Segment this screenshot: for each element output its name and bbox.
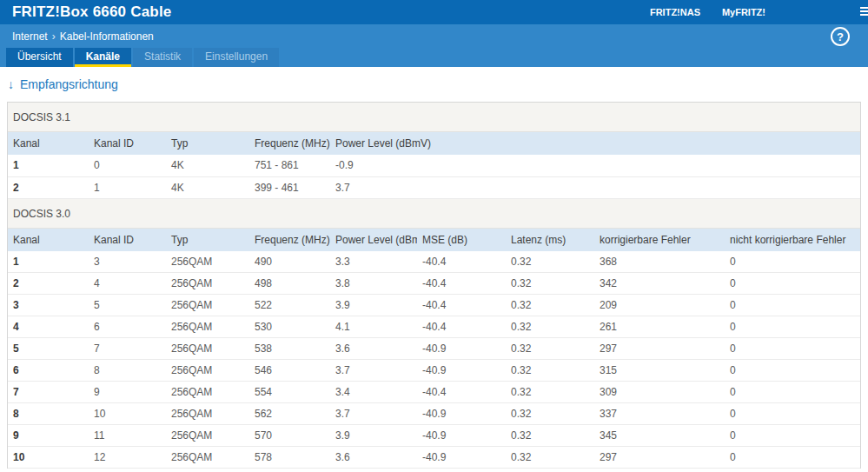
content-area: ↓Empfangsrichtung DOCSIS 3.1KanalKanal I… (0, 67, 868, 469)
table-cell: 0.32 (506, 403, 594, 425)
table-cell: 256QAM (166, 295, 249, 316)
table-row: 46256QAM5304.1-40.40.322610 (8, 316, 860, 338)
table-cell: 0 (725, 316, 860, 338)
column-header: Latenz (ms) (506, 229, 594, 251)
table-cell: 0 (725, 360, 860, 382)
help-icon[interactable]: ? (831, 27, 850, 46)
channel-tables: DOCSIS 3.1KanalKanal IDTypFrequenz (MHz)… (7, 102, 861, 469)
column-header: Kanal ID (89, 229, 166, 251)
table-cell: 538 (249, 338, 330, 360)
empfangsrichtung-label: Empfangsrichtung (20, 77, 118, 91)
table-row: 810256QAM5623.7-40.90.323370 (8, 403, 860, 425)
table-header-row: KanalKanal IDTypFrequenz (MHz)Power Leve… (8, 132, 860, 155)
table-section-title: DOCSIS 3.1 (8, 103, 860, 132)
table-cell: 0.32 (506, 447, 594, 469)
table-cell: 9 (8, 425, 89, 447)
table-cell: 8 (8, 403, 89, 425)
table-cell: 256QAM (166, 273, 249, 295)
empfangsrichtung-heading[interactable]: ↓Empfangsrichtung (8, 77, 861, 92)
table-cell: 0.32 (506, 338, 594, 360)
table-cell: 0 (725, 403, 860, 425)
table-cell: 256QAM (166, 403, 249, 425)
channel-table: KanalKanal IDTypFrequenz (MHz)Power Leve… (8, 132, 860, 199)
tab-kanaele[interactable]: Kanäle (75, 48, 131, 67)
table-cell: 0.32 (506, 425, 594, 447)
tab-einstellungen[interactable]: Einstellungen (194, 48, 279, 67)
table-row: 911256QAM5703.9-40.90.323450 (8, 425, 860, 447)
table-cell: 256QAM (166, 425, 249, 447)
table-cell: 256QAM (166, 360, 249, 382)
table-cell: 0 (725, 382, 860, 403)
table-cell: 562 (249, 403, 330, 425)
fritznas-link[interactable]: FRITZ!NAS (650, 0, 700, 24)
table-cell: 11 (89, 425, 166, 447)
table-cell: -40.9 (417, 447, 506, 469)
column-header: korrigierbare Fehler (594, 229, 725, 251)
table-cell: 345 (594, 425, 725, 447)
column-header: Power Level (dBmV) (330, 229, 417, 251)
table-cell: 4K (166, 176, 249, 198)
table-cell: 1 (8, 155, 89, 176)
table-cell: -40.9 (417, 338, 506, 360)
table-cell: 297 (594, 447, 725, 469)
table-cell: 3.9 (330, 295, 417, 316)
table-cell: 8 (89, 360, 166, 382)
table-cell: 12 (89, 447, 166, 469)
table-row: 79256QAM5543.4-40.40.323090 (8, 382, 860, 403)
table-cell: -40.4 (417, 295, 506, 316)
column-header: Frequenz (MHz) (249, 132, 330, 155)
table-row: 24256QAM4983.8-40.40.323420 (8, 273, 860, 295)
table-cell: 399 - 461 (249, 176, 330, 198)
breadcrumb-current: Kabel-Informationen (60, 30, 154, 43)
tab-statistik[interactable]: Statistik (133, 48, 192, 67)
column-header: Typ (166, 132, 249, 155)
table-cell: 4 (89, 273, 166, 295)
table-cell: 522 (249, 295, 330, 316)
table-cell: 297 (594, 338, 725, 360)
channel-table: KanalKanal IDTypFrequenz (MHz)Power Leve… (8, 229, 860, 469)
table-cell: 256QAM (166, 316, 249, 338)
table-row: 104K751 - 861-0.9 (8, 155, 860, 176)
table-cell: 570 (249, 425, 330, 447)
table-cell: 6 (8, 360, 89, 382)
table-cell: 578 (249, 447, 330, 469)
table-cell: 7 (8, 382, 89, 403)
breadcrumb-separator: › (52, 30, 56, 43)
table-cell: 0 (725, 273, 860, 295)
myfritz-link[interactable]: MyFRITZ! (722, 0, 765, 24)
table-cell: 261 (594, 316, 725, 338)
table-cell: 0.32 (506, 316, 594, 338)
table-cell: -40.4 (417, 273, 506, 295)
table-row: 68256QAM5463.7-40.90.323150 (8, 360, 860, 382)
tab-uebersicht[interactable]: Übersicht (6, 48, 73, 67)
column-header: Kanal ID (89, 132, 166, 155)
table-cell: 209 (594, 295, 725, 316)
column-header: Typ (166, 229, 249, 251)
table-cell: 3.4 (330, 382, 417, 403)
table-cell: 5 (8, 338, 89, 360)
table-cell: 3 (8, 295, 89, 316)
column-header: nicht korrigierbare Fehler (725, 229, 860, 251)
breadcrumb-internet[interactable]: Internet (12, 30, 48, 43)
table-cell: 256QAM (166, 338, 249, 360)
table-cell: 546 (249, 360, 330, 382)
table-cell: 3.8 (330, 273, 417, 295)
app-title: FRITZ!Box 6660 Cable (12, 3, 172, 21)
table-cell: -40.9 (417, 360, 506, 382)
table-cell: 4.1 (330, 316, 417, 338)
table-cell: 0.32 (506, 360, 594, 382)
column-header: Power Level (dBmV) (330, 132, 860, 155)
arrow-down-icon: ↓ (8, 77, 14, 91)
table-cell: 0.32 (506, 295, 594, 316)
table-cell: 498 (249, 273, 330, 295)
table-cell: 3.9 (330, 425, 417, 447)
table-cell: 530 (249, 316, 330, 338)
table-cell: 0 (725, 425, 860, 447)
table-row: 1012256QAM5783.6-40.90.322970 (8, 447, 860, 469)
table-row: 214K399 - 4613.7 (8, 176, 860, 198)
top-bar: FRITZ!Box 6660 Cable FRITZ!NAS MyFRITZ! (0, 0, 868, 24)
table-cell: 3.7 (330, 403, 417, 425)
table-header-row: KanalKanal IDTypFrequenz (MHz)Power Leve… (8, 229, 860, 251)
menu-icon[interactable] (860, 7, 868, 16)
table-cell: 256QAM (166, 251, 249, 273)
